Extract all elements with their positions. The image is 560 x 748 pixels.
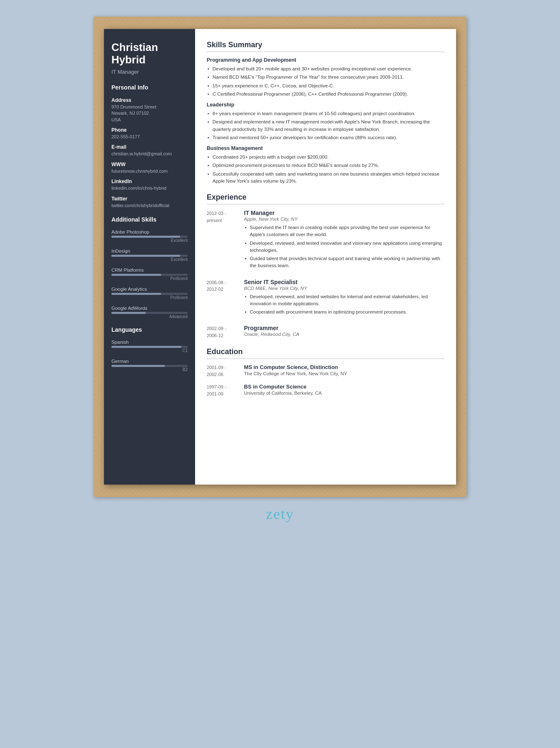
cardboard-background: Christian Hybrid IT Manager Personal Inf… <box>94 17 466 497</box>
bullet-item: Supervised the IT team in creating mobil… <box>244 224 444 239</box>
bullet-item: Trained and mentored 50+ junior develope… <box>207 134 444 141</box>
experience-item: 2002-09 -2006-12 Programmer Oracle, Redw… <box>207 325 444 339</box>
exp-date: 2002-09 -2006-12 <box>207 325 244 339</box>
language-bar-bg <box>111 346 188 348</box>
bullet-item: Cooperated with procurement teams in opt… <box>244 309 444 316</box>
skill-bar-fill <box>111 293 161 295</box>
skill-bar-bg <box>111 293 188 295</box>
email-label: E-mail <box>111 144 188 150</box>
exp-body: Senior IT Specialist BCD M&E, New York C… <box>244 279 444 319</box>
www-value: futureisnow.chrishybrid.com <box>111 168 188 174</box>
exp-date: 2012-03 -present <box>207 210 244 272</box>
bullet-item: Named BCD M&E's "Top Programmer of The Y… <box>207 74 444 81</box>
language-level: C1 <box>111 348 188 353</box>
resume-main: Skills Summary Programming and App Devel… <box>195 29 456 485</box>
skill-level: Excellent <box>111 257 188 262</box>
skill-item: CRM Platforms Proficient <box>111 268 188 281</box>
bullet-item: 8+ years experience in team management (… <box>207 110 444 117</box>
skill-bar-bg <box>111 236 188 238</box>
exp-company: BCD M&E, New York City, NY <box>244 286 444 291</box>
language-name: Spanish <box>111 340 188 345</box>
skills-summary-section: Skills Summary Programming and App Devel… <box>207 41 444 185</box>
languages-title: Languages <box>111 326 188 335</box>
language-bar-fill <box>111 365 165 367</box>
skill-bar-bg <box>111 274 188 276</box>
bullet-item: Designed and implemented a new IT manage… <box>207 118 444 133</box>
skill-level: Proficient <box>111 295 188 300</box>
additional-skills-title: Additional Skills <box>111 216 188 224</box>
resume-container: Christian Hybrid IT Manager Personal Inf… <box>104 29 456 485</box>
experience-item: 2006-08 -2012-02 Senior IT Specialist BC… <box>207 279 444 319</box>
skill-bar-bg <box>111 312 188 314</box>
leadership-bullets: 8+ years experience in team management (… <box>207 110 444 141</box>
skill-bar-bg <box>111 255 188 257</box>
bullet-item: Successfully cooperated with sales and m… <box>207 171 444 185</box>
skill-name: Google AdWords <box>111 306 188 311</box>
bullet-item: Developed, reviewed, and tested innovati… <box>244 240 444 254</box>
bullet-item: 15+ years experience in C, C++, Cocoa, a… <box>207 82 444 89</box>
phone-value: 202-555-0177 <box>111 134 188 140</box>
email-value: christian.w.hybrid@gmail.com <box>111 151 188 157</box>
language-level: B2 <box>111 367 188 372</box>
skills-summary-title: Skills Summary <box>207 41 444 52</box>
bullet-item: Developed, reviewed, and tested websites… <box>244 293 444 308</box>
skill-level: Excellent <box>111 238 188 243</box>
skill-bar-fill <box>111 274 161 276</box>
address-label: Address <box>111 97 188 103</box>
bullet-item: C Certified Professional Programmer (200… <box>207 91 444 98</box>
skill-name: Adobe Photoshop <box>111 229 188 234</box>
edu-degree: MS in Computer Science, Distinction <box>244 364 347 370</box>
zety-branding: zety <box>266 505 294 523</box>
education-item: 1997-09 -2001-09 BS in Computer Science … <box>207 384 444 397</box>
skill-item: InDesign Excellent <box>111 249 188 262</box>
exp-company: Apple, New York City, NY <box>244 217 444 222</box>
leadership-section-title: Leadership <box>207 102 444 108</box>
exp-body: Programmer Oracle, Redwood City, CA <box>244 325 444 339</box>
education-list: 2001-09 -2002-06 MS in Computer Science,… <box>207 364 444 397</box>
linkedin-value: linkedin.com/in/chris-hybrid <box>111 185 188 191</box>
education-title: Education <box>207 347 444 359</box>
skills-list: Adobe Photoshop Excellent InDesign Excel… <box>111 229 188 319</box>
exp-job-title: Programmer <box>244 325 444 331</box>
languages-list: Spanish C1 German B2 <box>111 340 188 372</box>
edu-school: The City College of New York, New York C… <box>244 371 347 376</box>
edu-date: 1997-09 -2001-09 <box>207 384 244 397</box>
skill-item: Google Analytics Proficient <box>111 287 188 300</box>
candidate-title: IT Manager <box>111 69 188 75</box>
twitter-label: Twitter <box>111 196 188 202</box>
edu-degree: BS in Computer Science <box>244 384 322 390</box>
exp-job-title: Senior IT Specialist <box>244 279 444 285</box>
language-item: Spanish C1 <box>111 340 188 353</box>
bullet-item: Guided talent that provides technical su… <box>244 255 444 270</box>
exp-job-title: IT Manager <box>244 210 444 216</box>
language-bar-fill <box>111 346 181 348</box>
edu-school: University of California, Berkeley, CA <box>244 391 322 396</box>
edu-body: BS in Computer Science University of Cal… <box>244 384 322 397</box>
prog-bullets: Developed and built 20+ mobile apps and … <box>207 65 444 98</box>
experience-item: 2012-03 -present IT Manager Apple, New Y… <box>207 210 444 272</box>
experience-title: Experience <box>207 193 444 205</box>
skill-level: Advanced <box>111 314 188 319</box>
www-label: WWW <box>111 162 188 167</box>
language-name: German <box>111 359 188 364</box>
skill-bar-fill <box>111 312 146 314</box>
skill-bar-fill <box>111 255 180 257</box>
resume-sidebar: Christian Hybrid IT Manager Personal Inf… <box>104 29 195 485</box>
exp-body: IT Manager Apple, New York City, NY Supe… <box>244 210 444 272</box>
education-section: Education 2001-09 -2002-06 MS in Compute… <box>207 347 444 397</box>
skill-item: Google AdWords Advanced <box>111 306 188 319</box>
prog-section-title: Programming and App Development <box>207 57 444 63</box>
bullet-item: Developed and built 20+ mobile apps and … <box>207 65 444 72</box>
phone-label: Phone <box>111 127 188 133</box>
education-item: 2001-09 -2002-06 MS in Computer Science,… <box>207 364 444 378</box>
language-item: German B2 <box>111 359 188 372</box>
edu-date: 2001-09 -2002-06 <box>207 364 244 378</box>
personal-info-title: Personal Info <box>111 84 188 92</box>
linkedin-label: LinkedIn <box>111 179 188 184</box>
twitter-value: twitter.com/chrishybridofficial <box>111 203 188 209</box>
skill-name: CRM Platforms <box>111 268 188 273</box>
address-value: 970 Drummond StreetNewark, NJ 07102USA <box>111 104 188 123</box>
business-bullets: Coordinated 20+ projects with a budget o… <box>207 154 444 185</box>
exp-company: Oracle, Redwood City, CA <box>244 332 444 337</box>
exp-date: 2006-08 -2012-02 <box>207 279 244 319</box>
